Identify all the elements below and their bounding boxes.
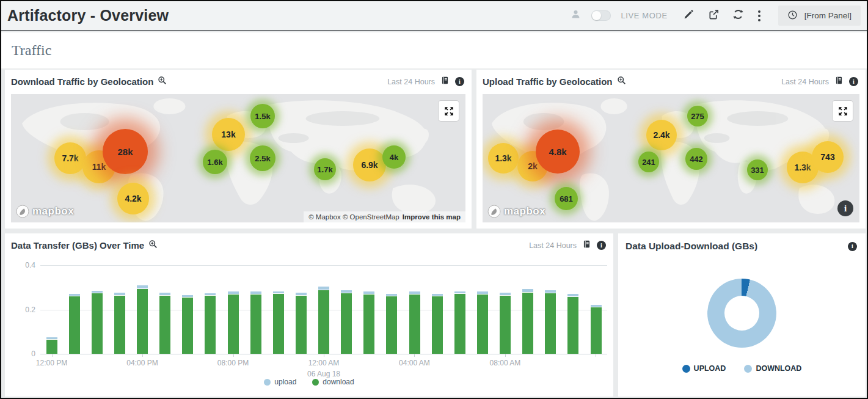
x-axis-label: 12:00 PM — [36, 357, 67, 368]
bar-24[interactable] — [585, 265, 607, 354]
bar-download-segment — [591, 307, 602, 354]
x-axis-tick — [52, 354, 53, 357]
bar-22[interactable] — [539, 265, 562, 354]
x-axis-label: 04:00 PM — [126, 357, 158, 368]
page-title: Artifactory - Overview — [7, 7, 169, 24]
legend-item-download[interactable]: DOWNLOAD — [744, 364, 801, 373]
bar-1[interactable] — [63, 265, 86, 354]
bar-2[interactable] — [86, 265, 108, 354]
info-icon[interactable]: i — [848, 242, 857, 251]
data-transfer-panel: Data Transfer (GBs) Over Time Last 24 Ho… — [5, 233, 613, 397]
bar-upload-segment — [454, 291, 465, 294]
zoom-icon[interactable] — [148, 240, 158, 251]
bar-12[interactable] — [313, 265, 335, 354]
bar-15[interactable] — [381, 265, 403, 354]
attribution-copyright[interactable]: © Mapbox © OpenStreetMap — [308, 213, 399, 221]
bar-16[interactable] — [403, 265, 426, 354]
upload-download-donut-chart[interactable] — [707, 279, 776, 348]
map-bubble-275[interactable]: 275 — [687, 106, 708, 126]
bar-18[interactable] — [448, 265, 471, 354]
map-bubble-743[interactable]: 743 — [812, 141, 844, 173]
bar-17[interactable] — [426, 265, 448, 354]
legend-dot — [744, 365, 752, 373]
map-bubble-28k[interactable]: 28k — [103, 129, 148, 174]
bar-5[interactable] — [154, 265, 177, 354]
info-icon[interactable]: i — [597, 241, 606, 250]
report-icon[interactable] — [440, 76, 450, 87]
map-bubble-7.7k[interactable]: 7.7k — [54, 142, 86, 174]
map-bubble-2.5k[interactable]: 2.5k — [250, 145, 275, 171]
y-axis-tick: 0.4 — [13, 261, 35, 269]
map-bubble-241[interactable]: 241 — [638, 152, 659, 172]
bar-8[interactable] — [222, 265, 244, 354]
bar-13[interactable] — [335, 265, 358, 354]
info-icon[interactable]: i — [849, 77, 858, 86]
mapbox-logo[interactable]: mapbox — [16, 205, 74, 218]
bar-19[interactable] — [471, 265, 494, 354]
bar-3[interactable] — [108, 265, 131, 354]
legend-dot — [264, 379, 271, 386]
panel-title: Data Transfer (GBs) Over Time — [11, 240, 144, 251]
expand-icon[interactable] — [833, 101, 853, 121]
map-bubble-4k[interactable]: 4k — [382, 145, 406, 169]
report-icon[interactable] — [582, 240, 591, 251]
map-bubble-6.9k[interactable]: 6.9k — [353, 148, 386, 181]
bar-11[interactable] — [290, 265, 312, 354]
map-bubble-331[interactable]: 331 — [747, 159, 768, 180]
bar-10[interactable] — [267, 265, 290, 354]
mapbox-logo[interactable]: mapbox — [487, 205, 545, 218]
more-menu-icon[interactable] — [754, 9, 764, 23]
refresh-icon[interactable] — [732, 9, 744, 23]
time-range-selector[interactable]: [From Panel] — [778, 5, 861, 26]
bar-download-segment — [409, 295, 420, 354]
bar-4[interactable] — [131, 265, 154, 354]
map-bubble-1.6k[interactable]: 1.6k — [203, 150, 227, 174]
bar-14[interactable] — [358, 265, 381, 354]
map-bubble-442[interactable]: 442 — [685, 148, 707, 170]
expand-icon[interactable] — [439, 101, 459, 121]
bar-download-segment — [386, 296, 397, 354]
panel-title: Upload Traffic by Geolocation — [483, 76, 613, 87]
bar-6[interactable] — [177, 265, 199, 354]
map-bubble-4.8k[interactable]: 4.8k — [536, 130, 580, 174]
bar-7[interactable] — [199, 265, 222, 354]
bar-download-segment — [341, 293, 352, 354]
map-bubble-13k[interactable]: 13k — [212, 118, 245, 151]
bar-20[interactable] — [494, 265, 517, 354]
map-bubble-4.2k[interactable]: 4.2k — [117, 183, 149, 214]
bar-0[interactable] — [40, 265, 63, 354]
bar-21[interactable] — [517, 265, 539, 354]
bar-9[interactable] — [244, 265, 267, 354]
report-icon[interactable] — [834, 76, 844, 87]
map-bubble-1.3k[interactable]: 1.3k — [488, 143, 519, 174]
bar-upload-segment — [432, 294, 443, 296]
legend-item-upload[interactable]: UPLOAD — [682, 364, 726, 373]
bar-23[interactable] — [562, 265, 585, 354]
map-bubble-681[interactable]: 681 — [555, 187, 578, 210]
bar-download-segment — [273, 294, 284, 354]
clock-icon — [787, 10, 798, 22]
map-attribution-info-icon[interactable]: i — [837, 200, 853, 216]
donut-legend: UPLOADDOWNLOAD — [618, 364, 866, 373]
improve-map-link[interactable]: Improve this map — [403, 213, 461, 221]
map-bubble-2.4k[interactable]: 2.4k — [646, 120, 677, 150]
info-icon[interactable]: i — [455, 77, 464, 86]
upload-geolocation-map[interactable]: mapbox i 1.3k2k4.8k6812.4k2412754423311.… — [483, 94, 859, 222]
legend-item-download[interactable]: download — [312, 378, 354, 386]
live-mode-toggle[interactable] — [591, 10, 611, 21]
bar-upload-segment — [386, 294, 397, 296]
bar-download-segment — [159, 296, 170, 354]
edit-icon[interactable] — [683, 9, 694, 23]
zoom-icon[interactable] — [617, 76, 626, 87]
bar-download-segment — [296, 296, 307, 354]
zoom-icon[interactable] — [158, 76, 167, 87]
legend-dot — [312, 379, 319, 386]
share-icon[interactable] — [708, 9, 720, 23]
map-bubble-1.5k[interactable]: 1.5k — [250, 104, 275, 128]
bar-upload-segment — [69, 294, 80, 296]
panel-title: Data Upload-Download (GBs) — [625, 241, 757, 252]
bar-upload-segment — [228, 291, 239, 294]
legend-item-upload[interactable]: upload — [264, 378, 296, 386]
download-geolocation-map[interactable]: mapbox © Mapbox © OpenStreetMap Improve … — [11, 94, 465, 222]
map-bubble-1.7k[interactable]: 1.7k — [314, 158, 336, 180]
